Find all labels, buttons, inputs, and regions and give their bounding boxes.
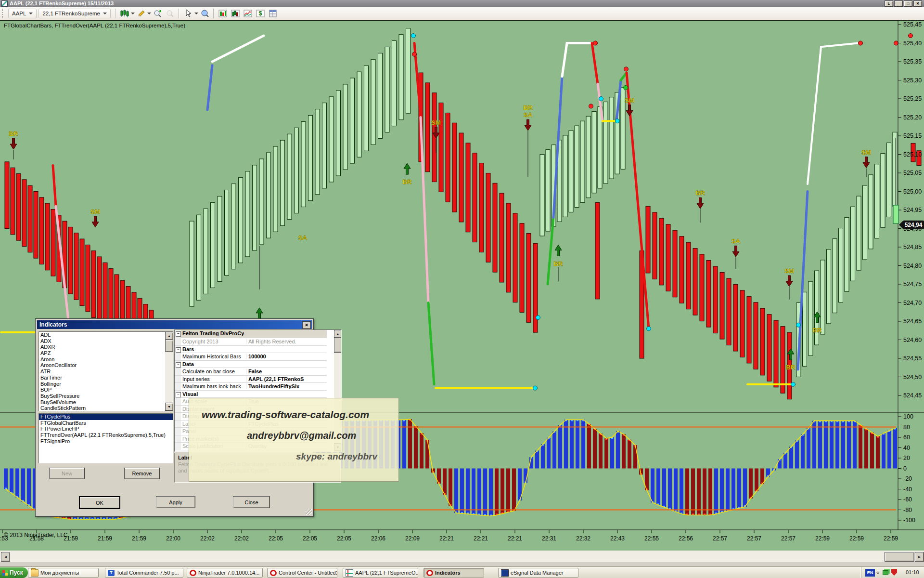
resize-grip[interactable] [306,509,312,515]
selected-indicators-list[interactable]: FTCyclePlusFTGlobalChartBarsFTPowerLineH… [38,413,173,463]
renko-bar [808,281,813,355]
indicator-list-item[interactable]: ATR [39,368,173,375]
property-row[interactable]: −Felton Trading DivProCyclePlus 1.0.4.2. [175,330,327,338]
osc-bar [743,469,747,507]
available-indicators-list[interactable]: ADLADXADXRAPZAroonAroonOscillatorATRBarT… [38,331,173,411]
taskbar-button-label: eSignal Data Manager [511,570,563,576]
selected-indicator-item[interactable]: FTPowerLineHP [39,426,173,432]
network-icon[interactable] [883,570,888,575]
market-analyzer-icon[interactable] [217,8,229,19]
chevron-down-icon[interactable] [194,13,198,14]
taskbar-button[interactable]: AAPL (22,1 FTSupremeO... [343,568,418,578]
taskbar-button[interactable]: Мои документы [28,568,99,578]
taskbar-button[interactable]: NinjaTrader 7.0.1000.14... [187,568,263,578]
scroll-right-icon[interactable]: ► [915,552,924,562]
property-row[interactable]: Copyright 2013All Rights Reserved. [175,338,327,346]
renko-bar [364,66,369,151]
taskbar-button[interactable]: eSignal Data Manager [498,568,578,578]
osc-bar [495,469,499,515]
scroll-down-icon[interactable]: ▼ [165,403,173,411]
scrollbar-thumb[interactable] [334,337,342,353]
property-row[interactable]: Input seriesAAPL (22,1 FTRenkoS [175,376,327,383]
property-row[interactable]: Maximum bars look backTwoHundredFiftySix [175,383,327,391]
selected-indicator-item[interactable]: FTSignalPro [39,438,173,445]
taskbar-button[interactable]: Indicators [424,568,484,578]
property-row[interactable]: Calculate on bar closeFalse [175,368,327,376]
osc-bar [472,469,475,515]
time-tick-label: 22:05 [337,535,351,542]
indicator-list-item[interactable]: BarTimer [39,375,173,381]
osc-bar [454,469,458,513]
taskbar-button[interactable]: Control Center - Untitled1 [267,568,337,578]
selected-indicator-item[interactable]: FTTrendOver(AAPL (22,1 FTRenkoSupreme),5… [39,432,173,438]
minimize-button[interactable]: _ [894,0,903,7]
horizontal-scrollbar[interactable]: ◄ ► [0,551,924,562]
ok-button[interactable]: OK [79,496,120,509]
preview-icon[interactable] [199,8,210,19]
pencil-icon[interactable] [135,8,147,19]
security-shield-icon[interactable] [891,569,897,576]
tray-chevron-icon[interactable]: « [876,569,879,575]
collapse-icon[interactable]: − [176,392,181,397]
selected-indicator-item[interactable]: FTCyclePlus [39,414,173,420]
marker-label: BR [403,178,412,185]
line-chart-icon[interactable] [242,8,254,19]
property-row[interactable]: −Data [175,361,327,368]
chart-icon [346,569,353,577]
symbol-dropdown[interactable]: AAPL [8,9,37,18]
property-row[interactable]: Maximum Historical Bars100000 [175,353,327,361]
available-list-scrollbar[interactable]: ▲ ▼ [165,332,173,411]
apply-button[interactable]: Apply [156,496,195,508]
osc-bar [599,434,603,468]
osc-tick-label: 80 [903,424,910,431]
folder-icon [31,569,38,577]
restore-button[interactable]: □ [904,0,912,7]
dollar-icon[interactable]: $ [255,8,266,19]
layout-button[interactable]: L [885,0,893,7]
collapse-icon[interactable]: − [176,362,181,368]
dialog-close-icon[interactable]: ✕ [302,321,311,329]
collapse-icon[interactable]: − [176,347,181,353]
remove-button[interactable]: Remove [124,468,160,479]
indicator-list-item[interactable]: ADX [39,338,173,344]
property-row[interactable]: −Visual [175,391,327,398]
scroll-up-icon[interactable]: ▲ [165,332,173,340]
toolbar-grip[interactable] [2,9,6,18]
chevron-down-icon[interactable] [147,13,151,14]
language-indicator[interactable]: EN [865,569,875,577]
selected-indicator-item[interactable]: FTGlobalChartBars [39,420,173,426]
chart-style-icon[interactable] [119,8,130,19]
interval-dropdown[interactable]: 22,1 FTRenkoSupreme [38,9,111,18]
renko-bar [673,230,677,297]
close-button[interactable]: ✕ [913,0,922,7]
scroll-left-icon[interactable]: ◄ [1,552,10,562]
data-grid-icon[interactable] [267,8,279,19]
indicator-list-item[interactable]: ADL [39,332,173,338]
indicator-list-item[interactable]: CandleStickPattern [39,405,173,411]
renko-bar [506,203,511,292]
indicator-list-item[interactable]: APZ [39,350,173,356]
zoom-in-icon[interactable] [152,8,163,19]
indicator-list-item[interactable]: BOP [39,387,173,393]
red-signal-dot [624,67,629,71]
taskbar-button[interactable]: TTotal Commander 7.50 p... [105,568,183,578]
renko-bar [686,242,691,309]
scrollbar-thumb[interactable] [165,340,173,352]
osc-bar [460,469,464,514]
indicator-list-item[interactable]: BuySellPressure [39,393,173,399]
indicator-list-item[interactable]: ADXR [39,344,173,350]
indicator-list-item[interactable]: BuySellVolume [39,399,173,406]
indicator-list-item[interactable]: Bollinger [39,381,173,387]
indicator-list-item[interactable]: Aroon [39,356,173,363]
cursor-icon[interactable] [182,8,194,19]
chart-window-icon[interactable] [230,8,241,19]
start-button[interactable]: Пуск [0,567,28,578]
scrollbar-thumb[interactable] [885,552,914,562]
collapse-icon[interactable]: − [176,331,181,337]
chevron-down-icon[interactable] [131,13,135,14]
indicator-list-item[interactable]: AroonOscillator [39,362,173,368]
property-row[interactable]: −Bars [175,346,327,354]
dialog-title-bar[interactable]: Indicators ✕ [37,320,312,329]
renko-bar [540,155,544,236]
close-button[interactable]: Close [233,496,270,508]
